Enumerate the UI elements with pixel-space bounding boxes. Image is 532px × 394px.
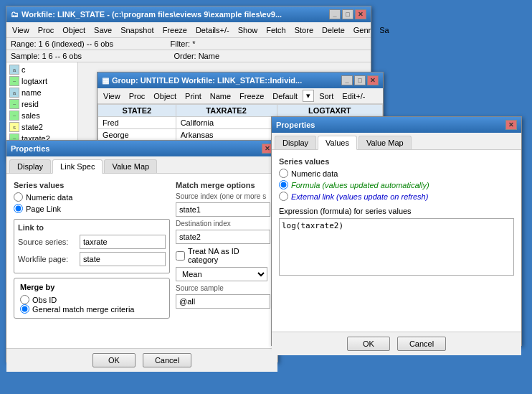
- group-menu-edit[interactable]: Edit+/-: [338, 90, 369, 102]
- source-series-label: Source series:: [18, 238, 75, 246]
- dest-index-input[interactable]: [176, 230, 270, 244]
- source-index-input[interactable]: [176, 202, 270, 217]
- menu-store[interactable]: Store: [290, 24, 318, 36]
- expression-value[interactable]: log(taxrate2): [279, 218, 514, 276]
- menu-object[interactable]: Object: [58, 24, 90, 36]
- series-name: sales: [22, 111, 40, 120]
- external-label-right: External link (values update on refresh): [291, 192, 428, 201]
- list-item[interactable]: ~ logtaxrt: [8, 75, 76, 87]
- numeric-label-right: Numeric data: [291, 169, 338, 178]
- radio-numeric-right[interactable]: Numeric data: [279, 169, 514, 178]
- cancel-button-right[interactable]: Cancel: [397, 337, 446, 351]
- default-select[interactable]: ▾: [303, 90, 314, 102]
- list-item[interactable]: s state2: [8, 121, 76, 133]
- cell[interactable]: Fred: [98, 117, 176, 129]
- source-sample-input[interactable]: [176, 294, 270, 309]
- group-menu-print[interactable]: Print: [181, 90, 206, 102]
- maximize-button[interactable]: □: [342, 9, 353, 19]
- merge-obs-id-radio-item[interactable]: Obs ID: [20, 295, 163, 304]
- group-close[interactable]: ✕: [367, 75, 379, 85]
- tab-values-right[interactable]: Values: [318, 136, 357, 150]
- page-link-radio[interactable]: [14, 204, 23, 213]
- cell[interactable]: Arkansas: [176, 129, 277, 141]
- source-series-input[interactable]: [80, 235, 166, 249]
- group-menu-view[interactable]: View: [99, 90, 125, 102]
- menu-freeze[interactable]: Freeze: [158, 24, 191, 36]
- menu-sa[interactable]: Sa: [375, 24, 393, 36]
- group-menu-object[interactable]: Object: [149, 90, 181, 102]
- tab-display[interactable]: Display: [9, 159, 51, 173]
- workfile-icon: 🗂: [11, 10, 19, 19]
- radio-formula-right[interactable]: Formula (values updated automatically): [279, 180, 514, 189]
- tab-valuemap-right[interactable]: Value Map: [358, 136, 412, 149]
- list-item[interactable]: ~ resid: [8, 98, 76, 110]
- sample-label: Sample:: [11, 52, 39, 60]
- props-right-body: Series values Numeric data Formula (valu…: [272, 150, 521, 332]
- list-item[interactable]: a c: [8, 64, 76, 75]
- col-header-taxrate2[interactable]: TAXRATE2: [176, 105, 277, 117]
- formula-radio-right[interactable]: [279, 180, 288, 189]
- group-menu-default[interactable]: Default: [268, 90, 302, 102]
- treat-na-checkbox[interactable]: [176, 251, 185, 261]
- workfile-sample-info: Sample: 1 6 -- 6 obs Order: Name: [6, 50, 371, 62]
- mean-select[interactable]: Mean: [176, 267, 267, 281]
- group-title-bar: ▦ Group: UNTITLED Workfile: LINK_STATE::…: [98, 72, 383, 88]
- minimize-button[interactable]: _: [329, 9, 341, 19]
- list-item[interactable]: ~ sales: [8, 110, 76, 121]
- cancel-button[interactable]: Cancel: [143, 353, 191, 367]
- close-button[interactable]: ✕: [355, 9, 366, 19]
- col-header-logtaxrt[interactable]: LOGTAXRT: [277, 105, 382, 117]
- series-name: name: [22, 88, 42, 97]
- group-minimize[interactable]: _: [341, 75, 353, 85]
- series-type-icon: s: [9, 122, 19, 132]
- group-menu-name[interactable]: Name: [206, 90, 235, 102]
- series-type-icon: ~: [9, 99, 19, 109]
- series-type-icon: a: [9, 88, 19, 98]
- treat-na-item[interactable]: Treat NA as ID category: [176, 247, 270, 264]
- obs-id-radio[interactable]: [20, 295, 29, 304]
- tab-value-map[interactable]: Value Map: [104, 159, 157, 173]
- group-menu-proc[interactable]: Proc: [125, 90, 150, 102]
- workfile-page-input[interactable]: [80, 252, 166, 266]
- radio-external-right[interactable]: External link (values update on refresh): [279, 192, 514, 201]
- group-title: Group: UNTITLED Workfile: LINK_STATE::In…: [112, 76, 302, 85]
- workfile-range-info: Range: 1 6 (indexed) -- 6 obs Filter: *: [6, 38, 371, 50]
- mean-row: Mean: [176, 267, 270, 281]
- merge-general-radio-item[interactable]: General match merge criteria: [20, 304, 163, 314]
- props-right-close[interactable]: ✕: [505, 120, 517, 130]
- numeric-radio-right[interactable]: [279, 169, 288, 178]
- ok-button[interactable]: OK: [92, 353, 136, 367]
- menu-view[interactable]: View: [8, 24, 34, 36]
- list-item[interactable]: a name: [8, 87, 76, 98]
- group-maximize[interactable]: □: [354, 75, 366, 85]
- group-menu-sort[interactable]: Sort: [315, 90, 338, 102]
- menu-proc[interactable]: Proc: [34, 24, 59, 36]
- general-match-radio[interactable]: [20, 304, 29, 314]
- cell[interactable]: California: [176, 117, 277, 129]
- radio-page-link[interactable]: Page Link: [14, 204, 170, 213]
- ok-button-right[interactable]: OK: [347, 337, 390, 351]
- menu-show[interactable]: Show: [234, 24, 262, 36]
- order-label: Order: Name: [174, 52, 219, 60]
- dest-index-label: Destination index: [176, 220, 270, 228]
- props-left-buttons: OK Cancel: [6, 348, 277, 372]
- tab-display-right[interactable]: Display: [275, 136, 316, 149]
- menu-snapshot[interactable]: Snapshot: [116, 24, 158, 36]
- merge-by-box: Merge by Obs ID General match merge crit…: [14, 278, 170, 319]
- group-menu-freeze[interactable]: Freeze: [235, 90, 268, 102]
- menu-delete[interactable]: Delete: [318, 24, 349, 36]
- menu-genr[interactable]: Genr: [349, 24, 375, 36]
- col-header-state2[interactable]: STATE2: [98, 105, 176, 117]
- cell[interactable]: George: [98, 129, 176, 141]
- menu-details[interactable]: Details+/-: [191, 24, 234, 36]
- tab-link-spec[interactable]: Link Spec: [52, 159, 103, 174]
- numeric-data-radio[interactable]: [14, 192, 23, 202]
- workfile-menu-bar: View Proc Object Save Snapshot Freeze De…: [6, 22, 371, 38]
- radio-numeric-data[interactable]: Numeric data: [14, 192, 170, 202]
- menu-save[interactable]: Save: [90, 24, 116, 36]
- series-name: c: [22, 65, 26, 74]
- numeric-data-label: Numeric data: [26, 193, 72, 202]
- menu-fetch[interactable]: Fetch: [262, 24, 290, 36]
- props-right-buttons: OK Cancel: [272, 332, 521, 355]
- external-radio-right[interactable]: [279, 192, 288, 201]
